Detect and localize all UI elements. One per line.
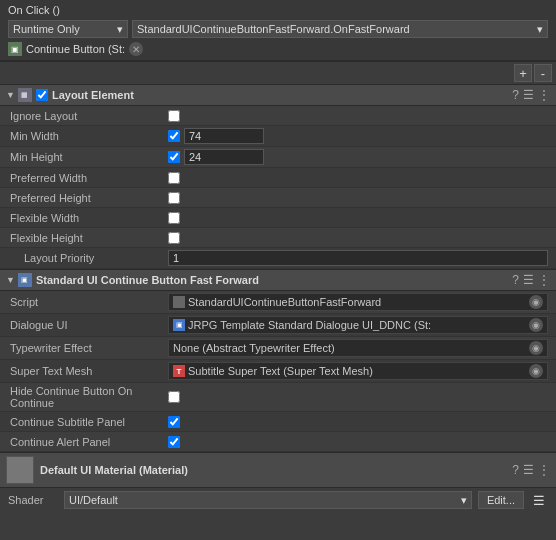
standard-ui-header-icons: ? ☰ ⋮ bbox=[512, 273, 550, 287]
min-height-input[interactable] bbox=[184, 149, 264, 165]
event-dropdown[interactable]: StandardUIContinueButtonFastForward.OnFa… bbox=[132, 20, 548, 38]
dialogue-ui-value: ▣ JRPG Template Standard Dialogue UI_DDN… bbox=[168, 316, 548, 334]
remove-button[interactable]: - bbox=[534, 64, 552, 82]
runtime-label: Runtime Only bbox=[13, 23, 80, 35]
continue-subtitle-value bbox=[168, 416, 548, 428]
dialogue-ui-ref[interactable]: ▣ JRPG Template Standard Dialogue UI_DDN… bbox=[168, 316, 548, 334]
typewriter-value: None (Abstract Typewriter Effect) ◉ bbox=[168, 339, 548, 357]
runtime-dropdown[interactable]: Runtime Only ▾ bbox=[8, 20, 128, 38]
ignore-layout-row: Ignore Layout bbox=[0, 106, 556, 126]
continue-alert-row: Continue Alert Panel bbox=[0, 432, 556, 452]
add-remove-row: + - bbox=[0, 61, 556, 84]
flexible-height-value bbox=[168, 232, 548, 244]
layout-priority-value bbox=[168, 250, 548, 266]
layout-question-icon[interactable]: ? bbox=[512, 88, 519, 102]
runtime-dropdown-arrow: ▾ bbox=[117, 23, 123, 36]
material-name: Default UI Material (Material) bbox=[40, 464, 512, 476]
layout-priority-input[interactable] bbox=[168, 250, 548, 266]
flexible-width-label: Flexible Width bbox=[8, 212, 168, 224]
continue-btn-row: ▣ Continue Button (St: ✕ bbox=[8, 42, 548, 56]
preferred-width-row: Preferred Width bbox=[0, 168, 556, 188]
preferred-width-label: Preferred Width bbox=[8, 172, 168, 184]
flexible-height-row: Flexible Height bbox=[0, 228, 556, 248]
super-text-mesh-value: T Subtitle Super Text (Super Text Mesh) … bbox=[168, 362, 548, 380]
super-text-mesh-ref[interactable]: T Subtitle Super Text (Super Text Mesh) … bbox=[168, 362, 548, 380]
ignore-layout-value bbox=[168, 110, 548, 122]
hide-continue-value bbox=[168, 391, 548, 403]
hide-continue-checkbox[interactable] bbox=[168, 391, 180, 403]
min-width-label: Min Width bbox=[8, 130, 168, 142]
preferred-height-row: Preferred Height bbox=[0, 188, 556, 208]
preferred-height-checkbox[interactable] bbox=[168, 192, 180, 204]
min-width-value bbox=[168, 128, 548, 144]
min-width-input[interactable] bbox=[184, 128, 264, 144]
standard-ui-settings-icon[interactable]: ☰ bbox=[523, 273, 534, 287]
script-circle-btn[interactable]: ◉ bbox=[529, 295, 543, 309]
script-asset-text: StandardUIContinueButtonFastForward bbox=[188, 296, 526, 308]
material-more-icon[interactable]: ⋮ bbox=[538, 463, 550, 477]
fold-arrow-layout: ▼ bbox=[6, 90, 15, 100]
add-button[interactable]: + bbox=[514, 64, 532, 82]
standard-ui-title: Standard UI Continue Button Fast Forward bbox=[36, 274, 512, 286]
continue-alert-label: Continue Alert Panel bbox=[8, 436, 168, 448]
script-row: Script StandardUIContinueButtonFastForwa… bbox=[0, 291, 556, 314]
flexible-width-checkbox[interactable] bbox=[168, 212, 180, 224]
shader-dropdown[interactable]: UI/Default ▾ bbox=[64, 491, 472, 509]
material-question-icon[interactable]: ? bbox=[512, 463, 519, 477]
super-text-mesh-icon: T bbox=[173, 365, 185, 377]
min-height-checkbox[interactable] bbox=[168, 151, 180, 163]
layout-enabled-checkbox[interactable] bbox=[36, 89, 48, 101]
typewriter-label: Typewriter Effect bbox=[8, 342, 168, 354]
shader-value: UI/Default bbox=[69, 494, 118, 506]
shader-dropdown-arrow: ▾ bbox=[461, 494, 467, 507]
super-text-mesh-label: Super Text Mesh bbox=[8, 365, 168, 377]
continue-alert-checkbox[interactable] bbox=[168, 436, 180, 448]
ignore-layout-checkbox[interactable] bbox=[168, 110, 180, 122]
typewriter-ref[interactable]: None (Abstract Typewriter Effect) ◉ bbox=[168, 339, 548, 357]
continue-alert-value bbox=[168, 436, 548, 448]
hide-continue-row: Hide Continue Button On Continue bbox=[0, 383, 556, 412]
continue-subtitle-checkbox[interactable] bbox=[168, 416, 180, 428]
onclick-title: On Click () bbox=[8, 4, 548, 16]
shader-settings-icon[interactable]: ☰ bbox=[530, 491, 548, 509]
standard-ui-body: Script StandardUIContinueButtonFastForwa… bbox=[0, 291, 556, 452]
material-preview bbox=[6, 456, 34, 484]
edit-button[interactable]: Edit... bbox=[478, 491, 524, 509]
min-width-checkbox[interactable] bbox=[168, 130, 180, 142]
material-section: Default UI Material (Material) ? ☰ ⋮ Sha… bbox=[0, 452, 556, 512]
preferred-width-value bbox=[168, 172, 548, 184]
script-icon: ▣ bbox=[8, 42, 22, 56]
preferred-width-checkbox[interactable] bbox=[168, 172, 180, 184]
script-ref[interactable]: StandardUIContinueButtonFastForward ◉ bbox=[168, 293, 548, 311]
main-panel: On Click () Runtime Only ▾ StandardUICon… bbox=[0, 0, 556, 512]
remove-icon[interactable]: ✕ bbox=[129, 42, 143, 56]
flexible-width-value bbox=[168, 212, 548, 224]
onclick-row: Runtime Only ▾ StandardUIContinueButtonF… bbox=[8, 20, 548, 38]
flexible-height-label: Flexible Height bbox=[8, 232, 168, 244]
shader-row: Shader UI/Default ▾ Edit... ☰ bbox=[0, 488, 556, 512]
flexible-height-checkbox[interactable] bbox=[168, 232, 180, 244]
dialogue-ui-text: JRPG Template Standard Dialogue UI_DDNC … bbox=[188, 319, 526, 331]
material-header[interactable]: Default UI Material (Material) ? ☰ ⋮ bbox=[0, 453, 556, 488]
standard-ui-header[interactable]: ▼ ▣ Standard UI Continue Button Fast For… bbox=[0, 269, 556, 291]
standard-ui-more-icon[interactable]: ⋮ bbox=[538, 273, 550, 287]
super-text-mesh-circle-btn[interactable]: ◉ bbox=[529, 364, 543, 378]
dialogue-ui-circle-btn[interactable]: ◉ bbox=[529, 318, 543, 332]
hide-continue-label: Hide Continue Button On Continue bbox=[8, 385, 168, 409]
ignore-layout-label: Ignore Layout bbox=[8, 110, 168, 122]
onclick-section: On Click () Runtime Only ▾ StandardUICon… bbox=[0, 0, 556, 61]
fold-arrow-standard: ▼ bbox=[6, 275, 15, 285]
typewriter-text: None (Abstract Typewriter Effect) bbox=[173, 342, 526, 354]
min-height-row: Min Height bbox=[0, 147, 556, 168]
typewriter-circle-btn[interactable]: ◉ bbox=[529, 341, 543, 355]
material-header-icons: ? ☰ ⋮ bbox=[512, 463, 550, 477]
material-settings-icon[interactable]: ☰ bbox=[523, 463, 534, 477]
layout-more-icon[interactable]: ⋮ bbox=[538, 88, 550, 102]
event-dropdown-arrow: ▾ bbox=[537, 23, 543, 36]
layout-element-header[interactable]: ▼ ▦ Layout Element ? ☰ ⋮ bbox=[0, 84, 556, 106]
shader-label: Shader bbox=[8, 494, 58, 506]
layout-priority-row: Layout Priority bbox=[0, 248, 556, 269]
standard-ui-question-icon[interactable]: ? bbox=[512, 273, 519, 287]
layout-title: Layout Element bbox=[52, 89, 512, 101]
layout-settings-icon[interactable]: ☰ bbox=[523, 88, 534, 102]
